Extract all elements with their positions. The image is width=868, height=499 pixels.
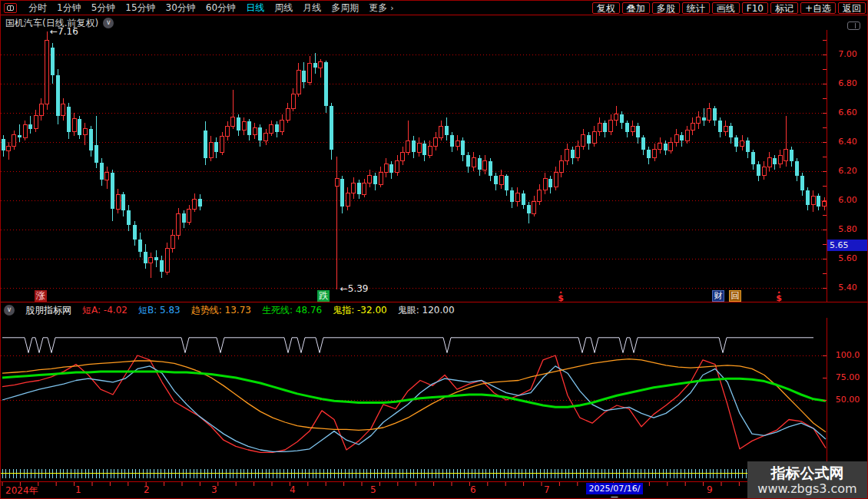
top-toolbar: 分时1分钟5分钟15分钟30分钟60分钟日线周线月线多周期更多 › 复权叠加多股… [1, 1, 867, 15]
price-axis-label: 5.40 [827, 283, 868, 292]
title-dropdown-icon[interactable]: ∨ [103, 18, 114, 28]
price-axis-label: 6.80 [827, 78, 868, 88]
date-axis-label: 2024年 [5, 484, 38, 497]
period-tab-15分钟[interactable]: 15分钟 [125, 2, 155, 15]
finance-marker[interactable]: 财 [712, 290, 724, 302]
candlestick-chart[interactable] [1, 30, 827, 302]
period-tab-日线[interactable]: 日线 [246, 2, 264, 15]
more-chevron-icon: › [390, 3, 393, 13]
indicator-chart[interactable] [1, 318, 827, 481]
toolbar-button-多股[interactable]: 多股 [652, 2, 680, 14]
toolbar-button-+自选[interactable]: +自选 [800, 2, 836, 14]
price-axis-label: 5.80 [827, 224, 868, 234]
period-tab-30分钟[interactable]: 30分钟 [166, 2, 196, 15]
period-tabs: 分时1分钟5分钟15分钟30分钟60分钟日线周线月线多周期更多 › [1, 2, 394, 15]
watermark-title: 指标公式网 [771, 464, 844, 481]
price-axis-label: 6.40 [827, 137, 868, 147]
toolbar-button-叠加[interactable]: 叠加 [622, 2, 650, 14]
date-axis-label: 5 [370, 484, 376, 495]
toolbar-button-画线[interactable]: 画线 [712, 2, 740, 14]
date-axis-label: 4 [290, 484, 296, 495]
period-tab-月线[interactable]: 月线 [303, 2, 321, 15]
period-tab-更多[interactable]: 更多 [369, 2, 387, 15]
rise-marker: 涨 [35, 290, 47, 302]
indicator-header: ∨ 股朋指标网 短A: -4.02短B: 5.83趋势线: 13.73生死线: … [1, 302, 868, 318]
app-window: 分时1分钟5分钟15分钟30分钟60分钟日线周线月线多周期更多 › 复权叠加多股… [0, 0, 868, 499]
indicator-axis-label: 50.00 [827, 395, 868, 405]
chart-title-row: 国机汽车(日线.前复权) ∨ [5, 17, 114, 29]
date-axis-label: 3 [211, 484, 217, 495]
price-axis-label: 7.00 [827, 49, 868, 59]
price-axis-label: 6.20 [827, 166, 868, 176]
indicator-stat-短A: 短A: -4.02 [82, 304, 128, 317]
indicator-stat-鬼指: 鬼指: -32.00 [333, 304, 387, 317]
selected-date-tag: 2025/07/16/三 [586, 483, 643, 494]
indicator-collapse-icon[interactable]: ∨ [4, 305, 15, 316]
period-tab-1分钟[interactable]: 1分钟 [57, 2, 81, 15]
toolbar-button-统计[interactable]: 统计 [682, 2, 710, 14]
toolbar-periods: 分时1分钟5分钟15分钟30分钟60分钟日线周线月线多周期更多 [28, 2, 387, 15]
indicator-stat-生死线: 生死线: 48.76 [262, 304, 322, 317]
date-axis-label: 2 [144, 484, 150, 495]
date-axis-label: 9 [707, 484, 713, 495]
indicator-stat-趋势线: 趋势线: 13.73 [191, 304, 251, 317]
date-axis: 2025/07/16/三 2024年12345679 [1, 481, 827, 498]
indicator-name[interactable]: 股朋指标网 [25, 304, 71, 317]
indicator-stats: 短A: -4.02短B: 5.83趋势线: 13.73生死线: 48.76鬼指:… [82, 304, 455, 317]
indicator-stat-鬼眼: 鬼眼: 120.00 [398, 304, 455, 317]
date-ticks [1, 482, 827, 487]
date-axis-label: 6 [470, 484, 476, 495]
period-tab-5分钟[interactable]: 5分钟 [91, 2, 116, 15]
indicator-axis-label: 100.0 [827, 350, 868, 360]
period-tab-周线[interactable]: 周线 [274, 2, 293, 15]
window-layout-icon[interactable] [4, 3, 17, 13]
indicator-stat-短B: 短B: 5.83 [138, 304, 181, 317]
toolbar-button-标记[interactable]: 标记 [770, 2, 798, 14]
toolbar-button-F10[interactable]: F10 [742, 2, 768, 14]
date-axis-label: 1 [75, 484, 81, 495]
low-price-annotation: ←5.39 [340, 283, 369, 294]
current-price-tag: 5.65 [827, 240, 867, 251]
price-axis-label: 5.60 [827, 253, 868, 263]
price-axis-label: 6.60 [827, 107, 868, 117]
toolbar-button-复权[interactable]: 复权 [592, 2, 620, 14]
fall-marker: 跌 [317, 290, 330, 302]
date-axis-label: 7 [544, 484, 550, 495]
period-tab-60分钟[interactable]: 60分钟 [206, 2, 236, 15]
period-tab-多周期[interactable]: 多周期 [331, 2, 359, 15]
watermark-url: www.zbgs3.com [757, 481, 856, 496]
indicator-axis-label: 75.00 [827, 372, 868, 382]
mini-layout-icon[interactable] [847, 21, 860, 30]
watermark-badge: 指标公式网 www.zbgs3.com [747, 461, 867, 498]
chart-title: 国机汽车(日线.前复权) [5, 17, 98, 30]
price-axis: 5.65 7.006.806.606.406.206.005.805.605.4… [827, 30, 868, 302]
toolbar-buttons: 复权叠加多股统计画线F10标记+自选返回 [592, 2, 867, 14]
return-marker[interactable]: 回 [729, 290, 741, 302]
period-tab-分时[interactable]: 分时 [28, 2, 47, 15]
indicator-axis: 100.075.0050.00 [827, 318, 868, 481]
price-axis-label: 6.00 [827, 195, 868, 205]
toolbar-button-返回[interactable]: 返回 [838, 2, 866, 14]
